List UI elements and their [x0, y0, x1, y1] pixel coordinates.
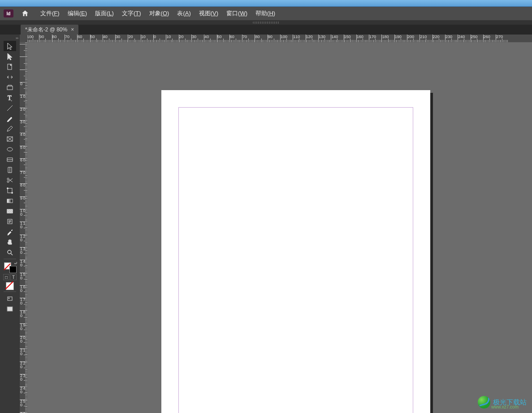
- fill-stroke-swatch[interactable]: ⤾: [3, 261, 17, 273]
- selection-tool[interactable]: [4, 41, 16, 51]
- app-badge: Id: [4, 9, 13, 17]
- panel-collapse-icon[interactable]: ››: [0, 35, 20, 41]
- vertical-ruler[interactable]: 01 02 03 04 05 06 07 08 09 01 0 01 1 01 …: [20, 43, 28, 413]
- formatting-container-toggle[interactable]: □: [3, 274, 9, 280]
- home-icon[interactable]: [20, 8, 30, 19]
- gradient-swatch-tool[interactable]: [4, 196, 16, 206]
- system-title-bar: [0, 0, 532, 7]
- note-tool[interactable]: [4, 216, 16, 226]
- svg-rect-22: [8, 297, 12, 300]
- menu-t[interactable]: 文字(T): [118, 8, 145, 19]
- svg-rect-16: [7, 209, 13, 213]
- menu-l[interactable]: 版面(L): [91, 8, 117, 19]
- free-transform-tool[interactable]: [4, 185, 16, 196]
- apply-none-swatch[interactable]: [6, 282, 14, 290]
- document-tab[interactable]: *未命名-2 @ 80% ×: [21, 25, 78, 35]
- watermark-logo-icon: [478, 396, 490, 409]
- svg-line-4: [7, 105, 13, 111]
- rectangle-frame-tool[interactable]: [4, 134, 16, 144]
- control-bar: [0, 20, 532, 25]
- close-icon[interactable]: ×: [71, 26, 74, 33]
- svg-point-20: [8, 250, 11, 254]
- menu-w[interactable]: 窗口(W): [223, 8, 251, 19]
- horizontal-ruler[interactable]: 1009080706050403020100102030405060708090…: [28, 35, 532, 43]
- gap-tool[interactable]: [4, 72, 16, 82]
- menu-o[interactable]: 对象(O): [146, 8, 173, 19]
- watermark-text: 极光下载站: [493, 398, 527, 407]
- page[interactable]: [161, 90, 430, 413]
- document-tab-title: *未命名-2 @ 80%: [25, 26, 67, 34]
- watermark: 极光下载站 www.xz7.com: [478, 396, 527, 409]
- grip-icon[interactable]: [253, 22, 280, 24]
- stroke-swatch[interactable]: [9, 266, 17, 273]
- view-mode-preview[interactable]: [4, 304, 16, 314]
- svg-text:.: .: [11, 99, 12, 101]
- svg-point-12: [7, 187, 9, 189]
- menu-a[interactable]: 表(A): [173, 8, 194, 19]
- zoom-tool[interactable]: [4, 247, 16, 257]
- pencil-tool[interactable]: [4, 123, 16, 134]
- line-tool[interactable]: [4, 103, 16, 113]
- document-area: 1009080706050403020100102030405060708090…: [20, 35, 532, 413]
- document-tab-bar: *未命名-2 @ 80% ×: [0, 25, 532, 35]
- svg-point-8: [7, 148, 13, 151]
- hand-tool[interactable]: [4, 237, 16, 247]
- swap-fill-stroke-icon[interactable]: ⤾: [14, 261, 17, 265]
- pen-tool[interactable]: [4, 113, 16, 123]
- menu-e[interactable]: 编辑(E): [64, 8, 91, 19]
- direct-selection-tool[interactable]: [4, 51, 16, 61]
- svg-line-21: [11, 253, 13, 255]
- menu-f[interactable]: 文件(F): [37, 8, 63, 19]
- ellipse-tool[interactable]: [4, 144, 16, 154]
- ruler-origin-corner[interactable]: [20, 35, 28, 43]
- svg-rect-24: [7, 307, 13, 311]
- vertical-grid-tool[interactable]: [4, 165, 16, 175]
- menu-bar: Id 文件(F)编辑(E)版面(L)文字(T)对象(O)表(A)视图(V)窗口(…: [0, 7, 532, 20]
- menu-v[interactable]: 视图(V): [195, 8, 222, 19]
- svg-point-9: [7, 178, 9, 180]
- svg-point-23: [9, 298, 9, 299]
- formatting-text-toggle[interactable]: T: [10, 274, 17, 280]
- content-collector-tool[interactable]: [4, 82, 16, 92]
- svg-rect-1: [7, 86, 13, 90]
- tool-panel: ›› T. ⤾ □ T: [0, 35, 20, 413]
- watermark-subtext: www.xz7.com: [491, 404, 519, 409]
- svg-rect-14: [7, 199, 13, 203]
- page-margin-guide: [178, 107, 413, 413]
- type-tool[interactable]: T.: [4, 92, 16, 103]
- eyedropper-tool[interactable]: [4, 226, 16, 237]
- scissors-tool[interactable]: [4, 175, 16, 185]
- svg-point-10: [7, 181, 9, 183]
- svg-point-13: [12, 192, 13, 193]
- horizontal-grid-tool[interactable]: [4, 154, 16, 165]
- page-tool[interactable]: [4, 61, 16, 72]
- menu-h[interactable]: 帮助(H): [252, 8, 279, 19]
- gradient-feather-tool[interactable]: [4, 206, 16, 216]
- view-mode-normal[interactable]: [4, 293, 16, 304]
- svg-rect-11: [8, 188, 12, 193]
- canvas[interactable]: 极光下载站 www.xz7.com: [28, 43, 532, 413]
